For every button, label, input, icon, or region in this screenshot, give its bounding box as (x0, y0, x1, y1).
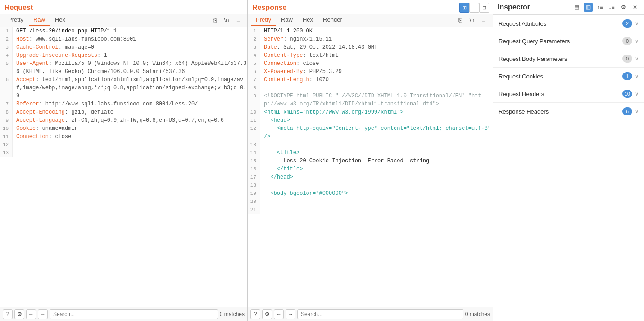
line-number: 1 (0, 27, 13, 35)
line-content: <body bgcolor="#000000"> (260, 189, 348, 197)
line-content: </title> (260, 165, 303, 173)
newline-res-btn[interactable]: \n (467, 15, 477, 26)
help-req-btn[interactable]: ? (3, 309, 13, 319)
line-content (13, 149, 16, 157)
line-number: 2 (248, 35, 260, 43)
line-content (260, 197, 264, 206)
next-res-btn[interactable]: → (286, 309, 295, 319)
inspector-item-label: Request Cookies (499, 73, 622, 80)
table-row: 11 <head> (248, 116, 493, 124)
inspector-sort-asc-btn[interactable]: ↑≡ (595, 3, 604, 12)
chevron-down-icon: ∨ (635, 56, 639, 62)
tab-hex-res[interactable]: Hex (298, 14, 317, 26)
inspector-settings-btn[interactable]: ⚙ (619, 3, 628, 12)
line-number: 13 (0, 149, 13, 157)
line-content: Host: www.sqli-labs-funsiooo.com:8001 (13, 35, 136, 43)
table-row: 13 (248, 141, 493, 149)
line-number: 5 (0, 60, 13, 76)
inspector-badge: 10 (622, 90, 632, 98)
tab-pretty-res[interactable]: Pretty (251, 14, 276, 26)
list-item[interactable]: Request Attributes2∨ (493, 15, 644, 32)
inspector-close-btn[interactable]: ✕ (630, 3, 639, 12)
list-item[interactable]: Request Query Parameters0∨ (493, 32, 644, 50)
tab-render-res[interactable]: Render (318, 14, 347, 26)
chevron-down-icon: ∨ (635, 109, 639, 115)
line-number: 4 (248, 51, 260, 60)
line-number: 7 (0, 100, 13, 108)
line-number: 9 (248, 92, 260, 108)
line-content: GET /Less-20/index.php HTTP/1.1 (13, 27, 117, 35)
table-row: 9Accept-Language: zh-CN,zh;q=0.9,zh-TW;q… (0, 116, 247, 124)
line-number: 11 (248, 116, 260, 124)
tab-raw-req[interactable]: Raw (29, 14, 50, 26)
request-search-bar: ? ⚙ ← → 0 matches (0, 307, 247, 321)
search-res-input[interactable] (297, 309, 463, 319)
line-content: HTTP/1.1 200 OK (260, 27, 313, 35)
inspector-sort-desc-btn[interactable]: ↓≡ (607, 3, 616, 12)
tab-hex-req[interactable]: Hex (50, 14, 70, 26)
line-number: 3 (248, 43, 260, 51)
menu-req-btn[interactable]: ≡ (233, 15, 244, 26)
line-number: 16 (248, 165, 260, 173)
table-row: 10Cookie: uname=admin (0, 124, 247, 133)
line-content: <!DOCTYPE html PUBLIC "-//W3C//DTD XHTML… (260, 92, 493, 108)
line-content: Connection: close (13, 133, 71, 141)
line-number: 17 (248, 173, 260, 181)
tab-raw-res[interactable]: Raw (277, 14, 297, 26)
prev-req-btn[interactable]: ← (26, 309, 36, 319)
line-number: 18 (248, 181, 260, 189)
line-number: 1 (248, 27, 260, 35)
wrap-view-btn[interactable]: ⊟ (479, 3, 489, 13)
line-content (13, 141, 16, 149)
list-item[interactable]: Request Body Parameters0∨ (493, 50, 644, 68)
copy-res-btn[interactable]: ⎘ (455, 15, 466, 26)
search-req-input[interactable] (50, 309, 218, 319)
copy-req-btn[interactable]: ⎘ (209, 15, 220, 26)
list-item[interactable]: Response Headers6∨ (493, 103, 644, 120)
table-row: 18 (248, 181, 493, 189)
line-number: 21 (248, 206, 260, 214)
inspector-item-label: Request Query Parameters (499, 38, 622, 45)
chevron-down-icon: ∨ (635, 73, 639, 79)
response-top-toolbar: ⊞ ≡ ⊟ (459, 1, 493, 13)
settings-res-btn[interactable]: ⚙ (262, 309, 272, 319)
table-row: 19 <body bgcolor="#000000"> (248, 189, 493, 197)
table-row: 8 (248, 84, 493, 92)
line-number: 14 (248, 149, 260, 157)
line-number: 7 (248, 76, 260, 84)
prev-res-btn[interactable]: ← (274, 309, 284, 319)
table-row: 3Date: Sat, 29 Oct 2022 14:18:43 GMT (248, 43, 493, 51)
line-content: Less-20 Cookie Injection- Error Based- s… (260, 157, 429, 165)
list-item[interactable]: Request Headers10∨ (493, 85, 644, 103)
settings-req-btn[interactable]: ⚙ (14, 309, 24, 319)
table-row: 5User-Agent: Mozilla/5.0 (Windows NT 10.… (0, 60, 247, 76)
list-view-btn[interactable]: ≡ (469, 3, 479, 13)
table-row: 2Server: nginx/1.15.11 (248, 35, 493, 43)
line-number: 6 (248, 68, 260, 76)
inspector-title-bar: Inspector ▤ ▥ ↑≡ ↓≡ ⚙ ✕ (493, 0, 644, 15)
line-content (260, 181, 264, 189)
grid-view-btn[interactable]: ⊞ (459, 3, 469, 13)
line-content: <html xmlns="http://www.w3.org/1999/xhtm… (260, 108, 404, 116)
line-content: Connection: close (260, 60, 319, 68)
line-content: X-Powered-By: PHP/5.3.29 (260, 68, 342, 76)
inspector-item-label: Request Body Parameters (499, 55, 622, 62)
response-code-area: 1HTTP/1.1 200 OK2Server: nginx/1.15.113D… (248, 27, 493, 307)
next-req-btn[interactable]: → (38, 309, 48, 319)
help-res-btn[interactable]: ? (250, 309, 260, 319)
inspector-columns-btn[interactable]: ▥ (584, 3, 593, 12)
line-content: <title> (260, 149, 299, 157)
inspector-item-label: Response Headers (499, 108, 622, 115)
inspector-badge: 6 (622, 107, 632, 115)
menu-res-btn[interactable]: ≡ (478, 15, 489, 26)
inspector-items-list: Request Attributes2∨Request Query Parame… (493, 15, 644, 120)
list-item[interactable]: Request Cookies1∨ (493, 68, 644, 85)
newline-req-btn[interactable]: \n (221, 15, 232, 26)
line-number: 20 (248, 197, 260, 206)
line-content (260, 206, 264, 214)
table-row: 14 <title> (248, 149, 493, 157)
tab-pretty-req[interactable]: Pretty (4, 14, 28, 26)
inspector-badge: 0 (622, 37, 632, 45)
table-row: 3Cache-Control: max-age=0 (0, 43, 247, 51)
inspector-list-small-btn[interactable]: ▤ (572, 3, 581, 12)
